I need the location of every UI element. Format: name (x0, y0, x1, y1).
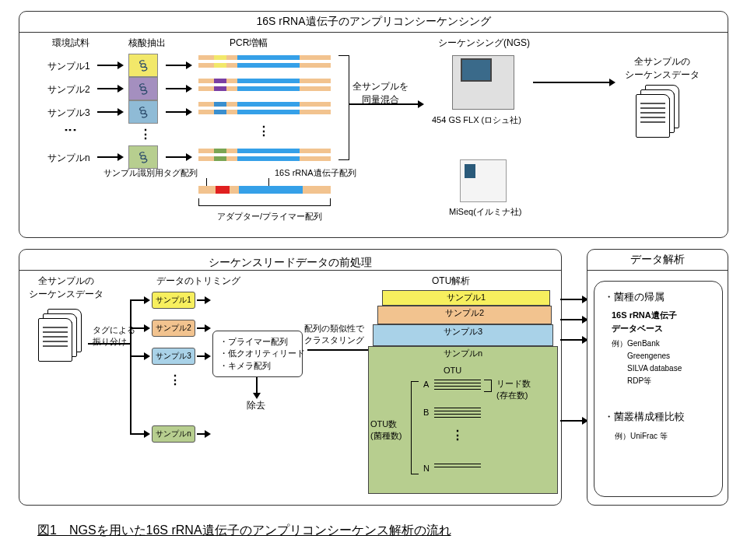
figure-caption: 図1 NGSを用いた16S rRNA遺伝子のアンプリコンシーケンス解析の流れ (37, 523, 451, 539)
arrow-env-ext-2 (97, 88, 119, 89)
mix-label: 全サンプルを 同量混合 (352, 80, 409, 107)
dna-chip-2: § (128, 77, 158, 100)
bracket-mix (338, 55, 349, 160)
vellipsis-4: ⋮ (169, 373, 183, 387)
br-1 (132, 299, 146, 301)
arrow-ext-pcr-1 (166, 65, 188, 66)
arrow-to-analysis-4 (560, 420, 584, 422)
stack-1: サンプル1 (382, 290, 550, 306)
arrow-seq-out (533, 82, 611, 83)
sample3: サンプル3 (47, 107, 90, 120)
reads-label: リード数 (存在数) (496, 378, 531, 401)
otu-lines-a (434, 380, 481, 390)
arrow-to-analysis-1 (560, 299, 584, 300)
reads-bracket (484, 380, 492, 392)
vellipsis-2: ⋮ (139, 127, 153, 142)
col-ext: 核酸抽出 (128, 37, 166, 50)
ana-db: 16S rRNA遺伝子 データベース (612, 309, 713, 336)
ana-item2: ・菌叢構成種比較 (604, 409, 713, 425)
arrow-env-ext-1 (97, 65, 119, 66)
dna-chip-n: § (128, 145, 158, 169)
sbox-3: サンプル3 (152, 348, 195, 365)
vellipsis-3: ⋮ (258, 124, 272, 138)
in-label: 全サンプルの シーケンスデータ (29, 275, 103, 301)
dna-icon: § (137, 79, 150, 97)
ana-ex2: 例）UniFrac 等 (615, 430, 713, 443)
trim-title: データのトリミング (156, 275, 240, 288)
dna-icon: § (137, 148, 150, 166)
otu-lines-n (434, 464, 481, 468)
arrow-ext-pcr-n (166, 156, 188, 158)
arrow-env-ext-3 (97, 111, 119, 113)
arrow-ext-pcr-3 (166, 111, 188, 113)
tag-pointer (206, 178, 207, 186)
adapter-bracket (198, 198, 331, 206)
dna-chip-3: § (128, 100, 158, 124)
sequencer-454 (452, 55, 514, 110)
branch-vert (130, 299, 132, 435)
panel-preprocess: シーケンスリードデータの前処理 全サンプルの シーケンスデータ タグによる 振り… (19, 249, 562, 506)
title-underline (19, 270, 561, 271)
stack-n: サンプルn OTU A B ⋮ N リード数 (存在数) OTU数 (菌種数) (368, 346, 558, 494)
panel1-title: 16S rRNA遺伝子のアンプリコンシーケンシング (19, 12, 728, 33)
docs-output (636, 85, 682, 139)
stack-2: サンプル2 (377, 306, 552, 324)
arrow-ext-pcr-2 (166, 88, 188, 89)
vellipsis-1: ⋮ (63, 124, 78, 138)
miseq-label: MiSeq(イルミナ社) (449, 206, 522, 218)
otu-bracket-rows (411, 381, 419, 474)
otu-lbl: OTU (444, 366, 461, 375)
panel3-title: データ解析 (587, 250, 728, 271)
arrow-remove (256, 377, 258, 394)
otu-title: OTU解析 (432, 275, 470, 288)
trim-box: ・プライマー配列 ・低クオリティリード ・キメラ配列 (212, 331, 303, 377)
sbox-n: サンプルn (152, 425, 195, 443)
sbox-2: サンプル2 (152, 320, 195, 337)
br-2 (132, 327, 146, 329)
sb-na (197, 433, 206, 435)
trim-items: ・プライマー配列 ・低クオリティリード ・キメラ配列 (219, 336, 296, 372)
remove-label: 除去 (247, 399, 265, 412)
arrow-cluster (307, 349, 370, 351)
panel-analysis: データ解析 ・菌種の帰属 16S rRNA遺伝子 データベース 例）GenBan… (587, 249, 728, 506)
samplen: サンプルn (47, 152, 90, 165)
otu-a: A (423, 380, 429, 389)
out-label: 全サンプルの シーケンスデータ (625, 55, 700, 82)
col-env: 環境試料 (52, 37, 89, 50)
analysis-box: ・菌種の帰属 16S rRNA遺伝子 データベース 例）GenBank Gree… (594, 281, 723, 497)
sbox-1: サンプル1 (152, 292, 195, 309)
ana-item1: ・菌種の帰属 (604, 289, 713, 306)
col-ngs: シーケンシング(NGS) (438, 37, 530, 50)
otu-lines-b (434, 408, 481, 418)
otu-n: N (423, 464, 430, 473)
col-pcr: PCR増幅 (230, 37, 268, 50)
otu-n-label: OTU数 (菌種数) (370, 418, 402, 442)
otu-b: B (423, 408, 429, 417)
dna-icon: § (137, 56, 150, 74)
branch-stem (88, 343, 130, 345)
ampl-pointer (268, 178, 269, 186)
seq454-label: 454 GS FLX (ロシュ社) (432, 114, 521, 126)
sb-2a (197, 327, 206, 329)
ampl-label: 16S rRNA遺伝子配列 (275, 167, 356, 179)
tag-label: サンプル識別用タグ配列 (103, 167, 198, 179)
stack-3: サンプル3 (373, 324, 553, 346)
arrow-to-analysis-3 (560, 339, 584, 341)
br-3 (132, 355, 146, 357)
sample2: サンプル2 (47, 83, 90, 96)
ana-db-ex: 例）GenBank Greengenes SILVA database RDP等 (612, 338, 713, 387)
panel-sequencing: 16S rRNA遺伝子のアンプリコンシーケンシング 環境試料 核酸抽出 PCR増… (19, 11, 728, 238)
sb-1a (197, 299, 206, 301)
otu-ell: ⋮ (451, 428, 465, 443)
sequencer-miseq (460, 159, 507, 202)
cluster-label: 配列の類似性で クラスタリング (304, 323, 364, 346)
adapter-label: アダプター/プライマー配列 (217, 211, 322, 222)
dna-icon: § (137, 103, 150, 121)
dna-chip-1: § (128, 54, 158, 77)
arrow-env-ext-n (97, 156, 119, 158)
sample1: サンプル1 (47, 60, 90, 73)
br-n (132, 433, 146, 435)
sb-3a (197, 355, 206, 357)
docs-input (38, 309, 85, 363)
arrow-to-analysis-2 (560, 319, 584, 320)
